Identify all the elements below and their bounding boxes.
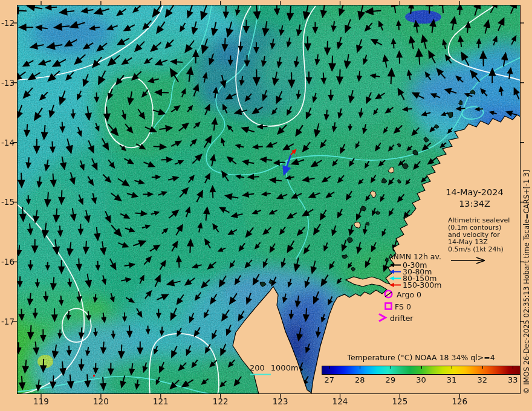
y-tick-label: -12 — [0, 18, 15, 28]
colorbar-tick — [329, 366, 330, 369]
y-tick-label: -13 — [0, 78, 15, 88]
x-tick-label: 124 — [327, 396, 354, 406]
current-arrow-icon — [389, 282, 402, 288]
info-line: 0.5m/s (1kt 24h) — [448, 246, 510, 253]
colorbar-tick-label: 30 — [412, 375, 430, 384]
colorbar-tick-label: 29 — [381, 375, 400, 384]
info-line: 14-May 13Z — [448, 239, 510, 246]
colorbar-tick — [452, 366, 452, 369]
y-tick-label: -15 — [0, 197, 15, 207]
x-tick-label: 123 — [267, 396, 294, 406]
isobath-1000-label: 1000m — [271, 363, 299, 372]
isobath-legend-label: 2001000m — [250, 363, 305, 372]
colorbar-tick-label: 32 — [473, 375, 491, 384]
drifter-label: drifter — [390, 314, 413, 323]
current-arrow-icon — [389, 262, 402, 268]
map-datetime-time: 13:34Z — [436, 199, 513, 209]
x-tick-label: 120 — [88, 396, 114, 406]
argo-symbol-icon — [383, 289, 394, 299]
colorbar-tick — [421, 366, 422, 369]
isobath-200-label: 200 — [250, 363, 265, 372]
map-datetime-date: 14-May-2024 — [436, 187, 513, 197]
figure-root: 14-May-2024 13:34Z Altimetric sealevel (… — [0, 0, 532, 411]
island — [366, 222, 369, 225]
altimetric-info-text: Altimetric sealevel (0.1m contours) and … — [448, 217, 510, 253]
velocity-scale-arrow — [450, 256, 488, 264]
fs-label: FS 0 — [395, 302, 411, 311]
colorbar-tick-label: 33 — [504, 375, 522, 384]
x-tick-label: 125 — [386, 396, 413, 406]
red-marker — [93, 375, 95, 377]
colorbar-tick — [482, 366, 483, 369]
credit-text: © IMOS 26-Dec-2025 02:35:13 Hobart time … — [522, 115, 531, 394]
y-tick-label: -17 — [0, 317, 15, 326]
x-tick-label: 121 — [148, 396, 174, 406]
colorbar-tick-label: 28 — [351, 375, 369, 384]
current-arrow-icon — [389, 276, 402, 281]
colorbar-tick — [513, 366, 513, 369]
drifter-symbol-icon — [377, 312, 388, 323]
colorbar-tick — [360, 366, 360, 369]
argo-label: Argo 0 — [397, 290, 421, 299]
colorbar-tick-label: 31 — [443, 375, 461, 384]
colorbar-tick — [391, 366, 391, 369]
x-tick-label: 122 — [207, 396, 234, 406]
y-tick-label: -16 — [0, 257, 15, 267]
y-tick-label: -14 — [0, 138, 15, 147]
current-arrow-icon — [389, 269, 402, 274]
colorbar-title: Temperature (°C) NOAA 18 34% ql>=4 — [322, 353, 521, 362]
x-tick-label: 126 — [446, 396, 473, 406]
island — [351, 268, 355, 271]
info-line: and velocity for — [448, 231, 510, 239]
anmn-depth-label: 150-300m — [403, 280, 441, 290]
anmn-legend-title: ANMN 12h av. — [388, 252, 441, 261]
fs-symbol-icon — [384, 302, 394, 311]
x-tick-label: 119 — [28, 396, 54, 406]
colorbar-tick-label: 27 — [320, 375, 339, 384]
